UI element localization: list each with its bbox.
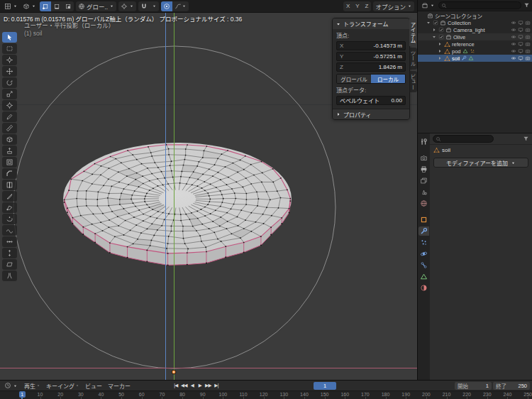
outliner-row-soil[interactable]: soil <box>418 55 532 62</box>
bevel-weight-field[interactable]: ベベルウェイト 0.00 <box>336 96 406 105</box>
disable-render-icon[interactable] <box>525 20 531 26</box>
disclosure-right-icon[interactable] <box>431 27 437 33</box>
annotate-tool[interactable] <box>2 111 17 122</box>
options-dropdown[interactable]: オプション <box>373 1 414 11</box>
mirror-z-button[interactable]: Z <box>362 1 372 11</box>
bevel-tool[interactable] <box>2 168 17 179</box>
outliner-row-pod[interactable]: pod <box>418 48 532 55</box>
sidebar-tab-2[interactable]: ビュー <box>409 71 417 93</box>
prev-keyframe-button[interactable]: ◀◀ <box>180 381 188 390</box>
vertex-select-button[interactable] <box>40 1 51 11</box>
disable-render-icon[interactable] <box>525 55 531 61</box>
select-box-tool[interactable] <box>2 43 17 54</box>
viewport-3d[interactable]: D: 0.01576 m (0.01576 m) グローバルZ軸上（ランダム） … <box>0 13 417 380</box>
tab-render[interactable] <box>419 153 429 163</box>
spin-tool[interactable] <box>2 214 17 224</box>
hide-eye-icon[interactable] <box>511 48 516 54</box>
timeline-menu-1[interactable]: キーイング <box>46 382 79 390</box>
frame-start-field[interactable]: 開始 1 <box>455 382 492 390</box>
global-button[interactable]: グローバル <box>337 75 371 83</box>
transform-tool[interactable] <box>2 100 17 111</box>
collection-checkbox[interactable] <box>438 34 444 40</box>
tab-view-layer[interactable] <box>419 176 429 185</box>
mesh-data-icon[interactable] <box>468 55 474 61</box>
timeline-menu-2[interactable]: ビュー <box>85 382 102 390</box>
current-frame-field[interactable]: 1 <box>314 382 336 390</box>
proportional-edit-toggle[interactable] <box>161 1 172 11</box>
tab-material[interactable] <box>419 283 429 293</box>
smooth-tool[interactable] <box>2 225 17 236</box>
tab-tool[interactable] <box>419 137 429 146</box>
filter-button[interactable] <box>523 2 530 9</box>
edge-slide-tool[interactable] <box>2 236 17 247</box>
snap-dropdown[interactable] <box>150 1 159 11</box>
move-tool[interactable] <box>2 66 17 77</box>
tweak-tool[interactable] <box>2 32 17 43</box>
disable-viewport-icon[interactable] <box>518 41 523 47</box>
play-reverse-button[interactable]: ◀ <box>189 381 196 390</box>
rotate-tool[interactable] <box>2 77 17 88</box>
vertex-y-field[interactable]: Y-0.57251 m <box>336 52 406 61</box>
timeline-ruler[interactable]: 1020304050607080901001101201301401501601… <box>0 390 532 399</box>
vertex-x-field[interactable]: X-0.14573 m <box>336 41 406 50</box>
mirror-x-button[interactable]: X <box>343 1 353 11</box>
tab-output[interactable] <box>419 165 429 174</box>
breadcrumb-object-name[interactable]: soil <box>442 147 450 153</box>
face-select-button[interactable] <box>62 1 74 11</box>
outliner-row-olive[interactable]: Olive <box>418 33 532 40</box>
frame-end-field[interactable]: 終了 250 <box>493 382 530 390</box>
tab-physics[interactable] <box>419 249 429 258</box>
outliner-row-シーンコレクション[interactable]: シーンコレクション <box>418 12 532 19</box>
orientation-dropdown[interactable]: グロー.. <box>76 1 116 11</box>
disable-viewport-icon[interactable] <box>518 20 523 26</box>
tab-constraints[interactable] <box>419 261 429 270</box>
extrude-tool[interactable] <box>2 146 17 156</box>
hide-eye-icon[interactable] <box>511 27 516 33</box>
disable-render-icon[interactable] <box>525 27 531 33</box>
tab-world[interactable] <box>419 199 429 208</box>
shear-tool[interactable] <box>2 259 17 270</box>
mirror-y-button[interactable]: Y <box>353 1 362 11</box>
inset-faces-tool[interactable] <box>2 157 17 168</box>
properties-filter-button[interactable] <box>523 136 529 142</box>
tab-object[interactable] <box>419 215 429 224</box>
jump-to-end-button[interactable]: ▶| <box>213 381 220 390</box>
proportional-falloff-dropdown[interactable] <box>172 1 189 11</box>
disable-render-icon[interactable] <box>525 34 531 40</box>
tab-particles[interactable] <box>419 238 429 247</box>
timeline-menu-3[interactable]: マーカー <box>108 382 131 390</box>
tab-object-data[interactable] <box>419 272 429 281</box>
editor-type-button[interactable] <box>3 1 19 11</box>
play-button[interactable]: ▶ <box>196 381 204 390</box>
outliner-row-collection[interactable]: Collection <box>418 19 532 26</box>
disable-viewport-icon[interactable] <box>518 55 523 61</box>
add-cube-tool[interactable] <box>2 134 17 145</box>
sidebar-tab-1[interactable]: ツール <box>409 48 417 70</box>
poly-build-tool[interactable] <box>2 202 17 213</box>
mesh-data-icon[interactable] <box>462 48 468 54</box>
edge-select-button[interactable] <box>51 1 62 11</box>
timeline-editor-type-button[interactable] <box>3 381 19 390</box>
disable-render-icon[interactable] <box>525 48 531 54</box>
transform-panel-header[interactable]: トランスフォーム <box>333 18 409 29</box>
cursor-tool[interactable] <box>2 55 17 65</box>
disclosure-right-icon[interactable] <box>437 48 443 54</box>
knife-tool[interactable] <box>2 191 17 202</box>
tab-scene[interactable] <box>419 187 429 197</box>
disable-viewport-icon[interactable] <box>518 27 523 33</box>
mode-dropdown[interactable] <box>21 1 38 11</box>
disclosure-right-icon[interactable] <box>437 55 443 61</box>
disable-viewport-icon[interactable] <box>518 48 523 54</box>
disclosure-down-icon[interactable] <box>431 34 437 40</box>
snap-toggle[interactable] <box>138 1 150 11</box>
jump-to-start-button[interactable]: |◀ <box>172 381 179 390</box>
local-button[interactable]: ローカル <box>371 75 405 83</box>
sidebar-tab-0[interactable]: アイテム <box>409 19 417 46</box>
pivot-dropdown[interactable] <box>118 1 136 11</box>
disable-viewport-icon[interactable] <box>518 34 523 40</box>
collection-checkbox[interactable] <box>438 27 444 33</box>
modifier-icon[interactable] <box>461 55 467 61</box>
next-keyframe-button[interactable]: ▶▶ <box>204 381 212 390</box>
loop-cut-tool[interactable] <box>2 180 17 190</box>
scale-tool[interactable] <box>2 89 17 99</box>
